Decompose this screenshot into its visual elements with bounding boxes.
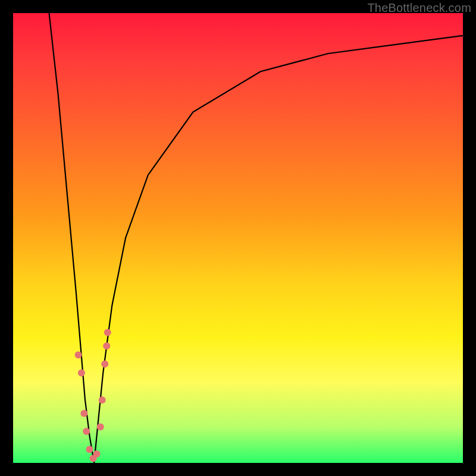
marker-dot (103, 342, 110, 349)
marker-dot (101, 361, 108, 368)
marker-dot (86, 446, 93, 453)
right-curve (94, 36, 463, 463)
marker-dot (83, 428, 90, 435)
marker-dot (93, 450, 101, 458)
marker-dot (104, 329, 111, 336)
chart-svg (13, 13, 463, 463)
marker-dot (99, 396, 106, 403)
marker-dot (97, 424, 104, 431)
chart-frame: TheBottleneck.com (0, 0, 476, 476)
marker-dot (80, 410, 87, 417)
marker-dot (78, 369, 85, 377)
left-curve (49, 13, 95, 463)
plot-area (13, 13, 463, 463)
marker-dot (75, 352, 82, 359)
